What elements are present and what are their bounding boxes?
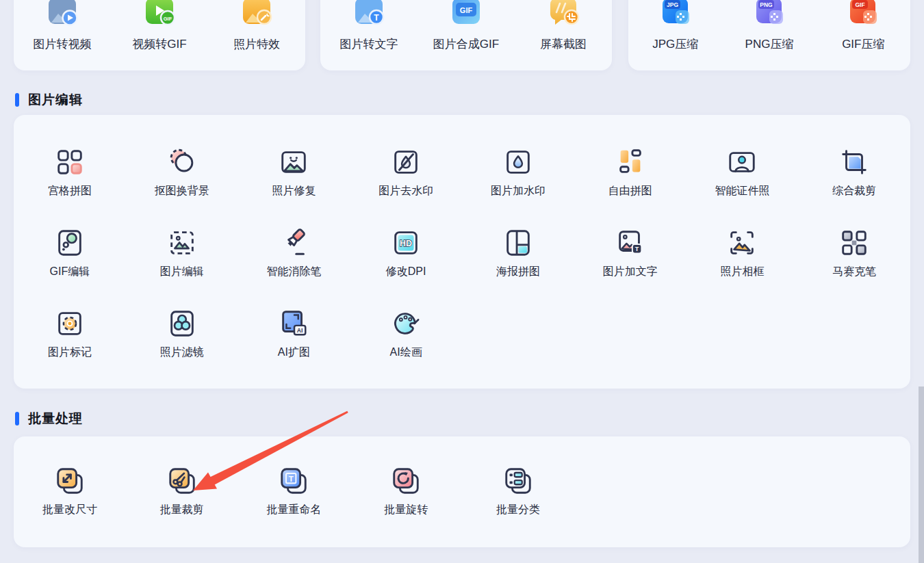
tool-image-add-text[interactable]: T图片加文字 — [574, 227, 686, 308]
section-header-image-edit: 图片编辑 — [15, 91, 83, 109]
tool-label: GIF压缩 — [842, 38, 884, 51]
gif-compress-icon: GIF — [847, 0, 880, 28]
tool-batch-resize[interactable]: 批量改尺寸 — [14, 465, 126, 546]
tool-dpi[interactable]: HD修改DPI — [350, 227, 462, 308]
dpi-icon: HD — [390, 227, 422, 259]
tool-label: PNG压缩 — [745, 38, 794, 51]
tool-mosaic-pen[interactable]: 马赛克笔 — [798, 227, 910, 308]
svg-text:T: T — [634, 246, 639, 252]
tool-label: 批量旋转 — [384, 503, 428, 516]
image-mark-icon — [54, 308, 86, 339]
section-title: 批量处理 — [28, 410, 83, 428]
section-header-batch: 批量处理 — [15, 410, 83, 428]
tool-batch-rotate[interactable]: 批量旋转 — [350, 465, 462, 546]
image-edit-icon — [166, 227, 198, 259]
tool-label: 智能证件照 — [715, 184, 769, 197]
tool-label: 批量改尺寸 — [42, 503, 97, 516]
tool-photo-effects[interactable]: 照片特效 — [208, 0, 305, 70]
quick-tools-card-convert: 图片转视频GIF视频转GIF照片特效 — [14, 0, 305, 70]
tool-id-photo[interactable]: 智能证件照 — [686, 146, 799, 227]
video-to-gif-icon: GIF — [143, 0, 176, 28]
gif-edit-icon — [54, 227, 86, 259]
svg-text:T: T — [374, 13, 379, 23]
remove-watermark-icon — [390, 146, 422, 178]
tool-screenshot[interactable]: 屏幕截图 — [515, 0, 612, 70]
tool-batch-crop[interactable]: 批量裁剪 — [126, 465, 238, 546]
tool-poster-collage[interactable]: 海报拼图 — [462, 227, 574, 308]
tool-label: 图片去水印 — [378, 184, 433, 197]
tool-label: 批量裁剪 — [160, 503, 204, 516]
tool-image-to-gif[interactable]: GIF图片合成GIF — [418, 0, 515, 70]
batch-tools-card: 批量改尺寸批量裁剪T批量重命名批量旋转批量分类 — [14, 436, 910, 547]
tool-label: 批量重命名 — [266, 503, 321, 516]
ai-paint-icon — [390, 308, 422, 339]
tool-label: 图片转视频 — [34, 38, 92, 51]
tool-image-mark[interactable]: 图片标记 — [14, 308, 126, 389]
tool-image-to-text[interactable]: T图片转文字 — [320, 0, 418, 70]
tool-gif-edit[interactable]: GIF编辑 — [14, 227, 126, 308]
svg-text:HD: HD — [400, 239, 412, 248]
batch-rename-icon: T — [278, 465, 309, 497]
section-title: 图片编辑 — [28, 91, 83, 109]
add-watermark-icon — [502, 146, 534, 178]
tool-add-watermark[interactable]: 图片加水印 — [462, 146, 574, 227]
screenshot-icon — [547, 0, 580, 28]
png-compress-icon: PNG — [753, 0, 786, 28]
grid-collage-icon — [54, 146, 86, 178]
tool-label: AI绘画 — [390, 345, 422, 358]
tool-label: 视频转GIF — [132, 38, 186, 51]
batch-resize-icon — [54, 465, 86, 497]
tool-png-compress[interactable]: PNGPNG压缩 — [722, 0, 816, 70]
crop-icon — [838, 146, 870, 178]
image-to-video-icon — [46, 0, 79, 28]
tool-label: 抠图换背景 — [155, 184, 209, 197]
tool-label: 智能消除笔 — [266, 265, 321, 278]
tool-ai-paint[interactable]: AI绘画 — [350, 308, 462, 389]
tool-label: 海报拼图 — [496, 265, 540, 278]
tool-label: 图片加文字 — [603, 265, 658, 278]
tool-batch-rename[interactable]: T批量重命名 — [238, 465, 350, 546]
quick-tools-card-compose: T图片转文字GIF图片合成GIF屏幕截图 — [320, 0, 612, 70]
svg-text:JPG: JPG — [667, 1, 678, 8]
tool-batch-classify[interactable]: 批量分类 — [462, 465, 574, 546]
tool-photo-frame[interactable]: 照片相框 — [686, 227, 799, 308]
tool-image-edit[interactable]: 图片编辑 — [126, 227, 238, 308]
scrollbar-thumb[interactable] — [919, 387, 924, 563]
tool-gif-compress[interactable]: GIFGIF压缩 — [817, 0, 910, 70]
tool-jpg-compress[interactable]: JPGJPG压缩 — [628, 0, 722, 70]
tool-label: 宫格拼图 — [48, 184, 92, 197]
tool-label: 批量分类 — [496, 503, 540, 516]
tool-grid-collage[interactable]: 宫格拼图 — [14, 146, 126, 227]
tool-crop[interactable]: 综合裁剪 — [798, 146, 910, 227]
tool-cutout-background[interactable]: 抠图换背景 — [126, 146, 238, 227]
tool-label: GIF编辑 — [50, 265, 90, 278]
poster-collage-icon — [502, 227, 534, 259]
photo-frame-icon — [726, 227, 758, 259]
smart-eraser-icon — [278, 227, 309, 259]
tool-label: 马赛克笔 — [832, 265, 876, 278]
image-add-text-icon: T — [615, 227, 646, 259]
batch-crop-icon — [166, 465, 198, 497]
tool-image-to-video[interactable]: 图片转视频 — [14, 0, 111, 70]
tool-label: JPG压缩 — [652, 38, 698, 51]
tool-photo-filter[interactable]: 照片滤镜 — [126, 308, 238, 389]
tool-smart-eraser[interactable]: 智能消除笔 — [238, 227, 350, 308]
tool-label: AI扩图 — [278, 345, 310, 358]
svg-text:GIF: GIF — [856, 1, 865, 8]
svg-text:AI: AI — [297, 327, 303, 334]
tool-ai-expand[interactable]: AIAI扩图 — [238, 308, 350, 389]
tool-label: 图片合成GIF — [433, 38, 499, 51]
tool-free-collage[interactable]: 自由拼图 — [574, 146, 686, 227]
image-to-gif-icon: GIF — [450, 0, 483, 28]
svg-text:GIF: GIF — [460, 6, 473, 14]
tool-label: 图片转文字 — [340, 38, 398, 51]
photo-filter-icon — [166, 308, 198, 339]
section-accent-bar — [15, 93, 19, 107]
tool-video-to-gif[interactable]: GIF视频转GIF — [111, 0, 208, 70]
mosaic-pen-icon — [838, 227, 870, 259]
tool-label: 照片修复 — [272, 184, 316, 197]
tool-remove-watermark[interactable]: 图片去水印 — [350, 146, 462, 227]
image-to-text-icon: T — [352, 0, 385, 28]
photo-repair-icon — [278, 146, 309, 178]
tool-photo-repair[interactable]: 照片修复 — [238, 146, 350, 227]
